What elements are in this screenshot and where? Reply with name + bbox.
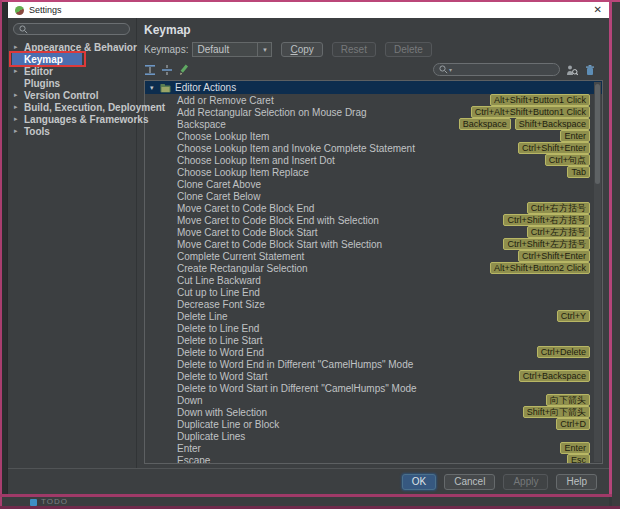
action-row-delete-to-line-start[interactable]: Delete to Line Start — [145, 334, 602, 346]
action-row-add-or-remove-caret[interactable]: Add or Remove CaretAlt+Shift+Button1 Cli… — [145, 94, 602, 106]
keymaps-label: Keymaps: — [144, 44, 188, 55]
frame-border-top — [0, 0, 620, 2]
expand-arrow-icon[interactable]: ▸ — [14, 125, 24, 137]
shortcut-badge: Ctrl+左方括号 — [527, 226, 590, 238]
expand-arrow-icon[interactable]: ▸ — [14, 89, 24, 101]
action-row-down-with-selection[interactable]: Down with SelectionShift+向下箭头 — [145, 406, 602, 418]
sidebar-item-label: Editor — [24, 66, 53, 77]
todo-tool-window-icon[interactable] — [30, 499, 37, 506]
settings-window-icon — [15, 6, 24, 15]
action-row-choose-lookup-item-and-insert-dot[interactable]: Choose Lookup Item and Insert DotCtrl+句点 — [145, 154, 602, 166]
sidebar-item-keymap[interactable]: Keymap — [8, 53, 136, 65]
action-row-choose-lookup-item-replace[interactable]: Choose Lookup Item ReplaceTab — [145, 166, 602, 178]
search-options-arrow-icon[interactable]: ▾ — [449, 66, 452, 73]
sidebar-search-input[interactable] — [13, 23, 130, 35]
action-label: Decrease Font Size — [177, 299, 265, 310]
action-label: Cut up to Line End — [177, 287, 260, 298]
sidebar-item-build-execution-deployment[interactable]: ▸Build, Execution, Deployment — [8, 101, 136, 113]
shortcut-badge: Shift+Backspace — [515, 118, 590, 130]
action-row-create-rectangular-selection[interactable]: Create Rectangular SelectionAlt+Shift+Bu… — [145, 262, 602, 274]
collapse-all-icon[interactable] — [161, 64, 173, 76]
action-row-move-caret-to-code-block-start[interactable]: Move Caret to Code Block StartCtrl+左方括号 — [145, 226, 602, 238]
action-row-clone-caret-below[interactable]: Clone Caret Below — [145, 190, 602, 202]
action-row-choose-lookup-item[interactable]: Choose Lookup ItemEnter — [145, 130, 602, 142]
reset-button[interactable]: Reset — [332, 42, 376, 57]
ide-background-bar: TODO — [2, 497, 609, 506]
action-row-duplicate-line-or-block[interactable]: Duplicate Line or BlockCtrl+D — [145, 418, 602, 430]
action-row-cut-line-backward[interactable]: Cut Line Backward — [145, 274, 602, 286]
scrollbar-thumb[interactable] — [595, 84, 600, 184]
edit-shortcut-icon[interactable] — [178, 64, 190, 76]
folder-icon — [160, 83, 171, 93]
action-row-delete-line[interactable]: Delete LineCtrl+Y — [145, 310, 602, 322]
keymap-select[interactable]: Default ▼ — [192, 42, 272, 57]
sidebar-item-plugins[interactable]: Plugins — [8, 77, 136, 89]
ok-button[interactable]: OK — [402, 474, 436, 490]
shortcut-badge: Ctrl+Alt+Shift+Button1 Click — [471, 106, 590, 118]
action-row-complete-current-statement[interactable]: Complete Current StatementCtrl+Shift+Ent… — [145, 250, 602, 262]
action-row-move-caret-to-code-block-end[interactable]: Move Caret to Code Block EndCtrl+右方括号 — [145, 202, 602, 214]
shortcut-badge: Tab — [567, 166, 590, 178]
action-label: Move Caret to Code Block Start — [177, 227, 318, 238]
action-row-move-caret-to-code-block-start-with-selection[interactable]: Move Caret to Code Block Start with Sele… — [145, 238, 602, 250]
sidebar-item-version-control[interactable]: ▸Version Control — [8, 89, 136, 101]
find-actions-by-shortcut-icon[interactable] — [566, 64, 578, 76]
search-icon — [19, 25, 28, 34]
actions-search-input[interactable]: ▾ — [433, 63, 560, 76]
action-row-backspace[interactable]: BackspaceBackspaceShift+Backspace — [145, 118, 602, 130]
scrollbar[interactable] — [594, 82, 601, 462]
action-row-cut-up-to-line-end[interactable]: Cut up to Line End — [145, 286, 602, 298]
action-row-delete-to-word-end[interactable]: Delete to Word EndCtrl+Delete — [145, 346, 602, 358]
action-label: Add or Remove Caret — [177, 95, 274, 106]
cancel-button[interactable]: Cancel — [444, 474, 495, 490]
sidebar-item-label: Tools — [24, 126, 50, 137]
close-icon[interactable]: ✕ — [594, 5, 602, 15]
frame-border-right — [609, 0, 612, 497]
apply-button[interactable]: Apply — [503, 474, 548, 490]
action-label: Choose Lookup Item Replace — [177, 167, 309, 178]
expand-arrow-icon[interactable]: ▸ — [14, 101, 24, 113]
action-label: Delete to Word Start — [177, 371, 267, 382]
shortcut-badge: Esc — [567, 454, 590, 464]
action-row-delete-to-word-start-in-different-camelhumps-mode[interactable]: Delete to Word Start in Different "Camel… — [145, 382, 602, 394]
action-row-enter[interactable]: EnterEnter — [145, 442, 602, 454]
action-row-delete-to-line-end[interactable]: Delete to Line End — [145, 322, 602, 334]
search-icon — [439, 65, 448, 74]
delete-button[interactable]: Delete — [385, 42, 432, 57]
action-row-duplicate-lines[interactable]: Duplicate Lines — [145, 430, 602, 442]
action-label: Delete to Line Start — [177, 335, 263, 346]
sidebar-item-tools[interactable]: ▸Tools — [8, 125, 136, 137]
shortcut-badge: Ctrl+Shift+右方括号 — [503, 214, 590, 226]
action-row-down[interactable]: Down向下箭头 — [145, 394, 602, 406]
action-label: Enter — [177, 443, 201, 454]
expand-arrow-icon[interactable]: ▸ — [14, 65, 24, 77]
expand-all-icon[interactable] — [144, 64, 156, 76]
action-row-move-caret-to-code-block-end-with-selection[interactable]: Move Caret to Code Block End with Select… — [145, 214, 602, 226]
sidebar-item-appearance-behavior[interactable]: ▸Appearance & Behavior — [8, 41, 136, 53]
action-label: Cut Line Backward — [177, 275, 261, 286]
settings-dialog: Settings ✕ ▸Appearance & BehaviorKeymap▸… — [8, 2, 609, 494]
action-row-decrease-font-size[interactable]: Decrease Font Size — [145, 298, 602, 310]
collapse-arrow-icon[interactable]: ▾ — [150, 84, 160, 92]
action-group-row[interactable]: ▾ Editor Actions — [145, 81, 602, 94]
keymap-select-value: Default — [193, 44, 257, 55]
action-row-clone-caret-above[interactable]: Clone Caret Above — [145, 178, 602, 190]
sidebar-item-editor[interactable]: ▸Editor — [8, 65, 136, 77]
expand-arrow-icon[interactable]: ▸ — [14, 41, 24, 53]
action-row-delete-to-word-start[interactable]: Delete to Word StartCtrl+Backspace — [145, 370, 602, 382]
expand-arrow-icon[interactable]: ▸ — [14, 113, 24, 125]
copy-button[interactable]: Copy — [281, 42, 322, 57]
action-label: Clone Caret Above — [177, 179, 261, 190]
sidebar-item-label: Plugins — [24, 78, 60, 89]
action-row-escape[interactable]: EscapeEsc — [145, 454, 602, 464]
action-label: Down — [177, 395, 203, 406]
action-row-add-rectangular-selection-on-mouse-drag[interactable]: Add Rectangular Selection on Mouse DragC… — [145, 106, 602, 118]
clear-filter-trash-icon[interactable] — [584, 64, 596, 76]
help-button[interactable]: Help — [556, 474, 597, 490]
chevron-down-icon[interactable]: ▼ — [257, 43, 271, 56]
action-row-delete-to-word-end-in-different-camelhumps-mode[interactable]: Delete to Word End in Different "CamelHu… — [145, 358, 602, 370]
action-row-choose-lookup-item-and-invoke-complete-statement[interactable]: Choose Lookup Item and Invoke Complete S… — [145, 142, 602, 154]
action-label: Move Caret to Code Block Start with Sele… — [177, 239, 382, 250]
shortcut-badge: Shift+向下箭头 — [523, 406, 590, 418]
sidebar-item-languages-frameworks[interactable]: ▸Languages & Frameworks — [8, 113, 136, 125]
